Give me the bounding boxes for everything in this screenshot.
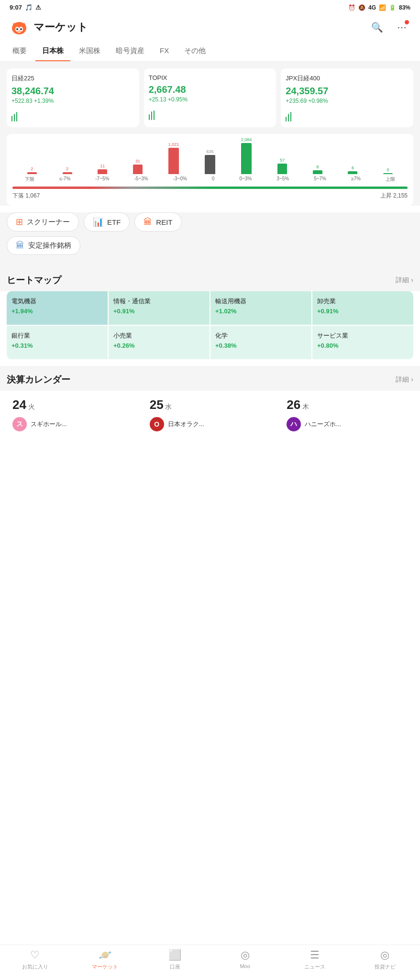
heatmap-detail-link[interactable]: 詳細 ›: [396, 276, 413, 285]
index-change-nikkei: +522.83 +1.39%: [11, 98, 134, 104]
mini-chart-jpx: [286, 108, 409, 121]
warning-icon: ⚠: [35, 4, 41, 11]
heatmap-cell-bank[interactable]: 銀行業 +0.31%: [7, 326, 108, 359]
stable-label: 安定操作銘柄: [28, 241, 71, 250]
heatmap-cell-service[interactable]: サービス業 +0.80%: [312, 326, 413, 359]
heatmap-cell-wholesale-change: +0.91%: [317, 308, 409, 315]
screener-button[interactable]: ⊞ スクリーナー: [7, 212, 79, 231]
nav-favorites[interactable]: ♡ お気に入り: [21, 949, 49, 970]
favorites-label: お気に入り: [22, 963, 48, 970]
tab-japan[interactable]: 日本株: [35, 42, 70, 61]
dist-bar-minus7plus: 2: [63, 166, 72, 174]
cal-company-oracle: 日本オラク...: [168, 420, 204, 429]
nav-market[interactable]: 🪐 マーケット: [90, 949, 119, 970]
cal-date-25: 25: [150, 397, 164, 412]
tab-fx[interactable]: FX: [153, 42, 176, 61]
nav-moo[interactable]: ◎ Moo: [231, 949, 259, 970]
music-icon: 🎵: [25, 4, 33, 11]
cal-card-25[interactable]: 25 水 O 日本オラク...: [144, 391, 276, 438]
mini-chart-nikkei: [11, 108, 134, 121]
heatmap-cell-chemistry[interactable]: 化学 +0.38%: [210, 326, 311, 359]
silent-icon: 🔕: [358, 4, 365, 11]
cal-item-honeys: ハ ハニーズホ...: [287, 417, 408, 431]
heatmap-cell-info-change: +0.91%: [113, 308, 205, 315]
nav-account[interactable]: ⬜ 口座: [161, 949, 189, 970]
battery-icon: 🔋: [389, 4, 396, 11]
reit-button[interactable]: 🏛 REIT: [134, 212, 181, 231]
etf-button[interactable]: 📊 ETF: [84, 212, 130, 231]
index-card-jpx[interactable]: JPX日経400 24,359.57 +235.69 +0.98%: [281, 68, 413, 127]
tab-us[interactable]: 米国株: [72, 42, 107, 61]
tab-other[interactable]: その他: [177, 42, 212, 61]
stable-stocks-button[interactable]: 🏛 安定操作銘柄: [7, 236, 80, 255]
account-icon: ⬜: [168, 949, 181, 961]
cal-company-sugi: スギホール...: [31, 420, 67, 429]
index-card-nikkei[interactable]: 日経225 38,246.74 +522.83 +1.39%: [7, 68, 139, 127]
reit-icon: 🏛: [144, 217, 152, 227]
heatmap-cell-electric-name: 電気機器: [11, 297, 103, 306]
tab-crypto[interactable]: 暗号資産: [109, 42, 151, 61]
dist-bar-minus5to3: 31: [133, 159, 143, 174]
heatmap-cell-electric[interactable]: 電気機器 +1.94%: [7, 291, 108, 325]
heatmap-cell-info-name: 情報・通信業: [113, 297, 205, 306]
invest-label: 投資ナビ: [375, 963, 396, 970]
index-value-nikkei: 38,246.74: [11, 86, 134, 97]
heatmap-cell-retail[interactable]: 小売業 +0.26%: [109, 326, 210, 359]
nav-invest[interactable]: ◎ 投資ナビ: [371, 949, 399, 970]
stable-icon: 🏛: [16, 241, 24, 251]
dist-bar-5to7: 8: [313, 165, 322, 174]
tab-overview[interactable]: 概要: [6, 42, 33, 61]
heatmap-cell-transport[interactable]: 輸送用機器 +1.02%: [210, 291, 311, 325]
index-card-topix[interactable]: TOPIX 2,667.48 +25.13 +0.95%: [144, 68, 276, 127]
heatmap-cell-bank-name: 銀行業: [11, 331, 103, 340]
dist-bar-zero: 635: [205, 149, 215, 174]
screener-label: スクリーナー: [27, 218, 70, 227]
distribution-gradient-bar: [12, 187, 408, 189]
cal-date-24: 24: [12, 397, 26, 412]
search-button[interactable]: 🔍: [368, 19, 386, 36]
heatmap-cell-info[interactable]: 情報・通信業 +0.91%: [109, 291, 210, 325]
status-right: ⏰ 🔕 4G 📶 🔋 83%: [348, 4, 410, 11]
tab-bar: 概要 日本株 米国株 暗号資産 FX その他: [0, 42, 420, 62]
nav-news[interactable]: ☰ ニュース: [300, 949, 329, 970]
distribution-section: 2 2 11 31 1,021: [7, 134, 413, 206]
account-label: 口座: [170, 963, 180, 970]
moo-icon: ◎: [241, 949, 250, 961]
index-change-topix: +25.13 +0.95%: [149, 96, 272, 103]
alarm-icon: ⏰: [348, 4, 355, 11]
dist-bar-minus7to5: 11: [98, 164, 107, 174]
mini-chart-topix: [149, 107, 272, 120]
dist-bar-upper-limit: 0: [383, 167, 393, 174]
dist-bar-lower-limit: 2: [27, 166, 37, 174]
heatmap-cell-electric-change: +1.94%: [11, 308, 103, 315]
cal-icon-oracle: O: [150, 417, 164, 431]
cal-item-sugi: ス スギホール...: [12, 417, 133, 431]
signal-icon: 📶: [379, 4, 386, 11]
cal-card-26[interactable]: 26 木 ハ ハニーズホ...: [281, 391, 413, 438]
status-time: 9:07: [10, 4, 22, 11]
menu-button[interactable]: ⋯: [393, 19, 410, 36]
calendar-detail-link[interactable]: 詳細 ›: [396, 375, 413, 384]
notification-dot: [405, 20, 409, 24]
dist-bar-0to3: 2,084: [241, 137, 252, 174]
heatmap-cell-chemistry-change: +0.38%: [215, 342, 307, 349]
cal-card-24[interactable]: 24 火 ス スギホール...: [7, 391, 139, 438]
heatmap-cell-transport-name: 輸送用機器: [215, 297, 307, 306]
status-left: 9:07 🎵 ⚠: [10, 4, 41, 11]
tool-row-1: ⊞ スクリーナー 📊 ETF 🏛 REIT: [7, 212, 413, 231]
svg-point-5: [16, 28, 18, 30]
market-label: マーケット: [92, 963, 118, 970]
distribution-summary: 下落 1,067 上昇 2,155: [12, 192, 408, 200]
down-count: 下落 1,067: [12, 192, 40, 200]
heatmap-cell-service-name: サービス業: [317, 331, 409, 340]
cal-day-24: 火: [28, 403, 35, 410]
app-logo: [10, 18, 29, 37]
screener-icon: ⊞: [16, 217, 23, 227]
index-name-jpx: JPX日経400: [286, 74, 409, 83]
tool-buttons-section: ⊞ スクリーナー 📊 ETF 🏛 REIT 🏛 安定操作銘柄: [0, 212, 420, 266]
heatmap-cell-retail-name: 小売業: [113, 331, 205, 340]
heatmap-header: ヒートマップ 詳細 ›: [0, 266, 420, 291]
svg-point-7: [18, 31, 21, 33]
heatmap-cell-wholesale[interactable]: 卸売業 +0.91%: [312, 291, 413, 325]
index-value-jpx: 24,359.57: [286, 86, 409, 97]
